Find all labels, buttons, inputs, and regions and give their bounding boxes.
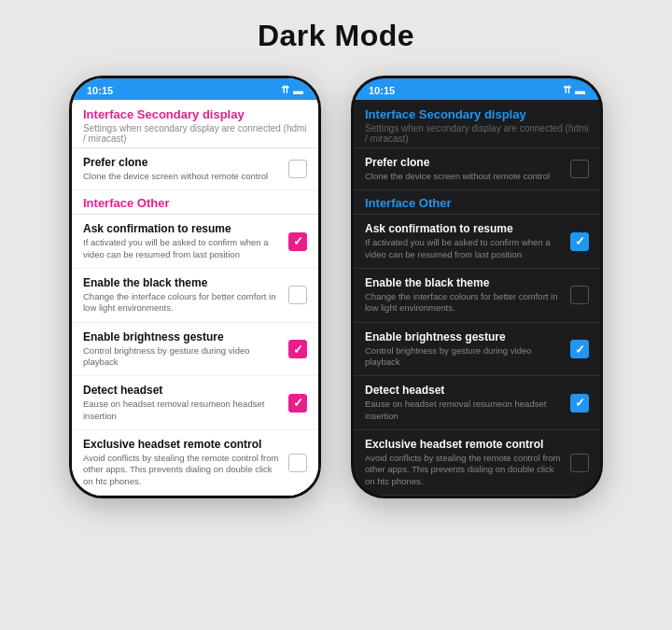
black-theme-row-light[interactable]: Enable the black theme Change the interf…	[72, 269, 318, 323]
section1-title-dark: Interface Secondary display	[365, 107, 589, 121]
brightness-gesture-checkbox-dark[interactable]: ✓	[570, 340, 589, 358]
ask-confirm-desc-light: If activated you will be asked to confir…	[83, 237, 281, 260]
checkmark: ✓	[293, 397, 303, 409]
ask-confirm-title-dark: Ask confirmation to resume	[365, 222, 563, 235]
section1-header-light: Interface Secondary display Settings whe…	[72, 100, 318, 148]
section1-subtitle-light: Settings when secondary display are conn…	[83, 123, 307, 144]
ask-confirm-text-dark: Ask confirmation to resume If activated …	[365, 222, 563, 260]
exclusive-headset-text-light: Exclusive headset remote control Avoid c…	[83, 438, 281, 487]
black-theme-text-light: Enable the black theme Change the interf…	[83, 276, 281, 315]
status-icons-light: ⇈ ▬	[281, 84, 303, 96]
black-theme-desc-dark: Change the interface colours for better …	[365, 291, 563, 315]
checkmark: ✓	[575, 397, 585, 409]
black-theme-checkbox-dark[interactable]	[570, 286, 589, 304]
exclusive-headset-row-light[interactable]: Exclusive headset remote control Avoid c…	[72, 430, 318, 496]
black-theme-checkbox-light[interactable]	[288, 286, 307, 304]
detect-headset-text-light: Detect headset Eause on headset removal …	[83, 384, 281, 422]
brightness-gesture-row-dark[interactable]: Enable brightness gesture Control bright…	[354, 323, 600, 377]
status-bar-light: 10:15 ⇈ ▬	[72, 78, 318, 100]
page-title: Dark Mode	[258, 19, 414, 53]
wifi-icon-dark: ⇈	[563, 84, 571, 96]
prefer-clone-checkbox-light[interactable]	[288, 160, 307, 178]
black-theme-text-dark: Enable the black theme Change the interf…	[365, 276, 563, 315]
black-theme-desc-light: Change the interface colours for better …	[83, 291, 281, 315]
battery-icon-dark: ▬	[575, 85, 585, 96]
ask-confirm-desc-dark: If activated you will be asked to confir…	[365, 237, 563, 260]
ask-confirm-text-light: Ask confirmation to resume If activated …	[83, 222, 281, 260]
black-theme-title-light: Enable the black theme	[83, 276, 281, 289]
light-phone: 10:15 ⇈ ▬ Interface Secondary display Se…	[69, 76, 321, 498]
detect-headset-row-dark[interactable]: Detect headset Eause on headset removal …	[354, 376, 600, 430]
detect-headset-checkbox-light[interactable]: ✓	[288, 394, 307, 413]
prefer-clone-row-light[interactable]: Prefer clone Clone the device screen wit…	[72, 148, 318, 190]
status-icons-dark: ⇈ ▬	[563, 84, 585, 96]
prefer-clone-desc-light: Clone the device screen without remote c…	[83, 171, 281, 182]
detect-headset-checkbox-dark[interactable]: ✓	[570, 394, 589, 413]
brightness-gesture-row-light[interactable]: Enable brightness gesture Control bright…	[72, 323, 318, 377]
black-theme-row-dark[interactable]: Enable the black theme Change the interf…	[354, 269, 600, 323]
prefer-clone-text-dark: Prefer clone Clone the device screen wit…	[365, 156, 563, 182]
brightness-gesture-text-dark: Enable brightness gesture Control bright…	[365, 330, 563, 369]
checkmark: ✓	[293, 343, 303, 356]
checkmark: ✓	[293, 235, 303, 247]
exclusive-headset-desc-light: Avoid conflicts by stealing the remote c…	[83, 453, 281, 487]
detect-headset-desc-dark: Eause on headset removal resumeon headse…	[365, 399, 563, 422]
exclusive-headset-checkbox-light[interactable]	[288, 454, 307, 472]
section1-header-dark: Interface Secondary display Settings whe…	[354, 100, 600, 148]
ask-confirm-checkbox-light[interactable]: ✓	[288, 232, 307, 251]
detect-headset-text-dark: Detect headset Eause on headset removal …	[365, 384, 563, 422]
detect-headset-desc-light: Eause on headset removal resumeon headse…	[83, 399, 281, 422]
exclusive-headset-title-light: Exclusive headset remote control	[83, 438, 281, 451]
dark-phone: 10:15 ⇈ ▬ Interface Secondary display Se…	[351, 76, 603, 498]
ask-confirm-checkbox-dark[interactable]: ✓	[570, 232, 589, 251]
brightness-gesture-title-dark: Enable brightness gesture	[365, 330, 563, 343]
checkmark: ✓	[575, 343, 585, 356]
section2-header-dark: Interface Other	[354, 190, 600, 215]
wifi-icon-light: ⇈	[281, 84, 289, 96]
prefer-clone-title-light: Prefer clone	[83, 156, 281, 169]
battery-icon-light: ▬	[293, 85, 303, 96]
ask-confirm-row-dark[interactable]: Ask confirmation to resume If activated …	[354, 215, 600, 269]
checkmark: ✓	[575, 235, 585, 247]
section1-title-light: Interface Secondary display	[83, 107, 307, 121]
exclusive-headset-text-dark: Exclusive headset remote control Avoid c…	[365, 438, 563, 487]
prefer-clone-row-dark[interactable]: Prefer clone Clone the device screen wit…	[354, 148, 600, 190]
black-theme-title-dark: Enable the black theme	[365, 276, 563, 289]
prefer-clone-text-light: Prefer clone Clone the device screen wit…	[83, 156, 281, 182]
exclusive-headset-title-dark: Exclusive headset remote control	[365, 438, 563, 451]
section1-subtitle-dark: Settings when secondary display are conn…	[365, 123, 589, 144]
exclusive-headset-checkbox-dark[interactable]	[570, 454, 589, 472]
phones-container: 10:15 ⇈ ▬ Interface Secondary display Se…	[69, 76, 603, 498]
detect-headset-row-light[interactable]: Detect headset Eause on headset removal …	[72, 376, 318, 430]
brightness-gesture-title-light: Enable brightness gesture	[83, 330, 281, 343]
section2-header-light: Interface Other	[72, 190, 318, 215]
prefer-clone-desc-dark: Clone the device screen without remote c…	[365, 171, 563, 182]
exclusive-headset-desc-dark: Avoid conflicts by stealing the remote c…	[365, 453, 563, 487]
prefer-clone-title-dark: Prefer clone	[365, 156, 563, 169]
brightness-gesture-desc-light: Control brightness by gesture during vid…	[83, 345, 281, 369]
brightness-gesture-desc-dark: Control brightness by gesture during vid…	[365, 345, 563, 369]
detect-headset-title-dark: Detect headset	[365, 384, 563, 397]
status-bar-dark: 10:15 ⇈ ▬	[354, 78, 600, 100]
exclusive-headset-row-dark[interactable]: Exclusive headset remote control Avoid c…	[354, 430, 600, 496]
ask-confirm-row-light[interactable]: Ask confirmation to resume If activated …	[72, 215, 318, 269]
brightness-gesture-checkbox-light[interactable]: ✓	[288, 340, 307, 358]
section2-title-light: Interface Other	[83, 196, 307, 210]
time-dark: 10:15	[369, 85, 395, 96]
ask-confirm-title-light: Ask confirmation to resume	[83, 222, 281, 235]
prefer-clone-checkbox-dark[interactable]	[570, 160, 589, 178]
section2-title-dark: Interface Other	[365, 196, 589, 210]
time-light: 10:15	[87, 85, 113, 96]
detect-headset-title-light: Detect headset	[83, 384, 281, 397]
brightness-gesture-text-light: Enable brightness gesture Control bright…	[83, 330, 281, 369]
